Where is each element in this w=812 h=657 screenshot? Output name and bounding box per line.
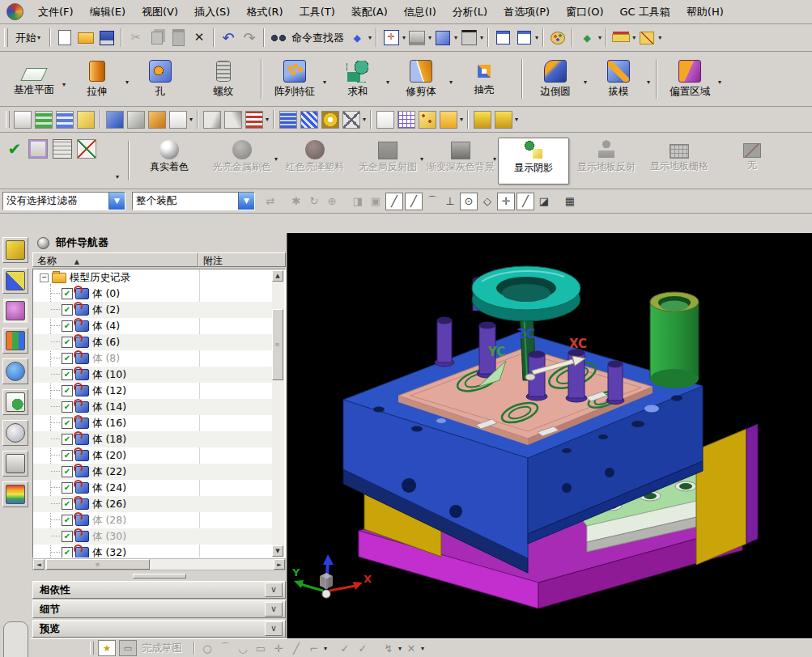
- dropdown-caret[interactable]: ▾: [598, 34, 602, 41]
- dropdown-caret[interactable]: ▾: [386, 78, 389, 86]
- dropdown-caret[interactable]: ▾: [266, 116, 269, 123]
- render-style-button[interactable]: 红色亮泽塑料: [279, 138, 351, 184]
- dropdown-caret[interactable]: ▾: [515, 116, 518, 123]
- expand-chevron-button[interactable]: ∨: [265, 583, 283, 597]
- hook-tool-icon[interactable]: ⊕: [324, 193, 340, 210]
- visibility-checkbox[interactable]: ✔: [62, 401, 73, 413]
- graphics-viewport[interactable]: ZC XC YC Y X: [287, 233, 812, 639]
- menu-item[interactable]: GC 工具箱: [612, 2, 678, 22]
- sketch-task-button[interactable]: ★: [98, 640, 116, 656]
- measure-distance-button[interactable]: [611, 28, 631, 48]
- visibility-checkbox[interactable]: ✔: [62, 498, 73, 510]
- snap-point-toggle[interactable]: ✛: [497, 193, 515, 210]
- feature-button[interactable]: 拉伸▾: [68, 57, 131, 100]
- sketch-tool-icon[interactable]: ▭: [253, 641, 268, 655]
- tree-item-row[interactable]: ✔体 (8): [33, 350, 273, 367]
- dialog-memory-button[interactable]: ◆: [347, 28, 367, 48]
- cascade-window-button[interactable]: [514, 28, 534, 48]
- snap-midpoint-toggle[interactable]: ╱: [405, 193, 423, 210]
- visualization-button[interactable]: ◆: [577, 28, 597, 48]
- web-browser-button[interactable]: [2, 389, 28, 415]
- menu-item[interactable]: 首选项(P): [495, 2, 558, 22]
- measure-angle-button[interactable]: [637, 28, 657, 48]
- sketch-tool-icon[interactable]: ✛: [271, 641, 286, 655]
- visibility-checkbox[interactable]: ✔: [62, 320, 73, 332]
- save-button[interactable]: [97, 28, 117, 48]
- scroll-left-button[interactable]: ◄: [33, 559, 45, 570]
- combo-dropdown-icon[interactable]: ▼: [108, 193, 125, 210]
- menu-item[interactable]: 格式(R): [238, 2, 291, 22]
- interpart-link-icon[interactable]: ⇄: [262, 193, 278, 210]
- tree-item-row[interactable]: ✔体 (6): [33, 334, 273, 350]
- finish-sketch-label[interactable]: 完成草图: [142, 642, 182, 655]
- selection-scope-combo[interactable]: 整个装配 ▼: [132, 192, 255, 210]
- dropdown-caret[interactable]: ▾: [324, 645, 327, 652]
- accordion-panel[interactable]: 预览∨: [32, 620, 286, 638]
- chamfer-a-icon[interactable]: [203, 111, 221, 129]
- layer-stack-icon[interactable]: [35, 111, 53, 129]
- menu-item[interactable]: 分析(L): [444, 2, 495, 22]
- dropdown-caret[interactable]: ▾: [421, 645, 424, 652]
- dropdown-caret[interactable]: ▾: [460, 116, 463, 123]
- visibility-checkbox[interactable]: ✔: [62, 288, 73, 299]
- sketch-orient-button[interactable]: ▭: [119, 640, 137, 656]
- tree-item-row[interactable]: ✔体 (10): [33, 367, 273, 383]
- visibility-checkbox[interactable]: ✔: [62, 337, 73, 348]
- accordion-panel[interactable]: 相依性∨: [32, 581, 286, 599]
- dropdown-caret[interactable]: ▾: [647, 78, 650, 86]
- part-navigator-button[interactable]: [3, 299, 28, 323]
- tree-item-row[interactable]: ✔体 (18): [33, 431, 273, 447]
- mold-assembly-model[interactable]: ZC XC YC Y X: [287, 233, 812, 639]
- feature-button[interactable]: 基准平面▾: [5, 60, 68, 99]
- reorder-list-icon[interactable]: [245, 111, 263, 129]
- feature-button[interactable]: 求和▾: [329, 57, 392, 100]
- menu-item[interactable]: 文件(F): [30, 2, 82, 22]
- scroll-right-button[interactable]: ►: [274, 559, 285, 570]
- render-style-button[interactable]: 真实着色: [134, 138, 205, 184]
- clipboard-notes-icon[interactable]: [28, 139, 48, 159]
- constraint-navigator-button[interactable]: [2, 268, 28, 294]
- visibility-checkbox[interactable]: ✔: [62, 369, 73, 380]
- dropdown-caret[interactable]: ▾: [116, 173, 119, 180]
- tree-item-row[interactable]: ✔体 (22): [33, 464, 273, 480]
- dropdown-caret[interactable]: ▾: [584, 78, 587, 86]
- examine-solid-icon[interactable]: [148, 111, 166, 129]
- dropdown-caret[interactable]: ▾: [454, 34, 457, 41]
- tree-item-row[interactable]: ✔体 (0): [33, 286, 273, 302]
- tree-item-row[interactable]: ✔体 (20): [33, 447, 273, 464]
- render-style-button[interactable]: 无全局反射图▾: [352, 138, 423, 184]
- visibility-checkbox[interactable]: ✔: [62, 515, 73, 526]
- fit-view-button[interactable]: ✛: [381, 28, 401, 48]
- render-style-button[interactable]: 显示地板反射: [571, 138, 642, 184]
- toolbar-grip[interactable]: [4, 28, 8, 47]
- snap-endpoint-toggle[interactable]: ╱: [385, 193, 403, 210]
- vertical-scrollbar[interactable]: ▲ ≡ ▼: [272, 270, 284, 557]
- snap-curve-toggle[interactable]: ⌒: [424, 193, 440, 210]
- tree-item-row[interactable]: ✔体 (2): [33, 302, 273, 318]
- feature-button[interactable]: 拔模▾: [589, 57, 653, 100]
- feature-button[interactable]: 边倒圆▾: [526, 57, 589, 100]
- sketch-tool-icon[interactable]: ✓: [338, 641, 352, 655]
- sketch-tool-icon[interactable]: ○: [200, 641, 215, 655]
- dropdown-caret[interactable]: ▾: [428, 34, 432, 41]
- visibility-checkbox[interactable]: ✔: [62, 547, 73, 557]
- menu-item[interactable]: 窗口(O): [558, 2, 611, 22]
- rotate-tool-icon[interactable]: ↻: [306, 193, 322, 210]
- examine-body-icon[interactable]: [106, 111, 124, 129]
- tree-item-row[interactable]: ✔体 (26): [33, 496, 273, 512]
- command-finder-label[interactable]: 命令查找器: [291, 31, 344, 45]
- chamfer-b-icon[interactable]: [224, 111, 242, 129]
- dropdown-caret[interactable]: ▾: [480, 34, 483, 41]
- undo-button[interactable]: ↶: [219, 28, 238, 48]
- dropdown-caret[interactable]: ▾: [62, 81, 66, 88]
- visibility-checkbox[interactable]: ✔: [62, 466, 73, 477]
- render-style-button[interactable]: 渐变深灰色背景▾: [425, 138, 496, 184]
- feature-button[interactable]: 孔: [131, 57, 194, 100]
- render-style-button[interactable]: 显示地板栅格: [644, 138, 715, 184]
- sketch-tool-icon[interactable]: ✓: [355, 641, 370, 655]
- combo-dropdown-icon[interactable]: ▼: [238, 193, 254, 210]
- feature-button[interactable]: 偏置区域▾: [661, 57, 724, 100]
- toolbar-grip[interactable]: [90, 642, 94, 654]
- dropdown-caret[interactable]: ▾: [189, 116, 193, 123]
- assembly-navigator-button[interactable]: [2, 237, 28, 263]
